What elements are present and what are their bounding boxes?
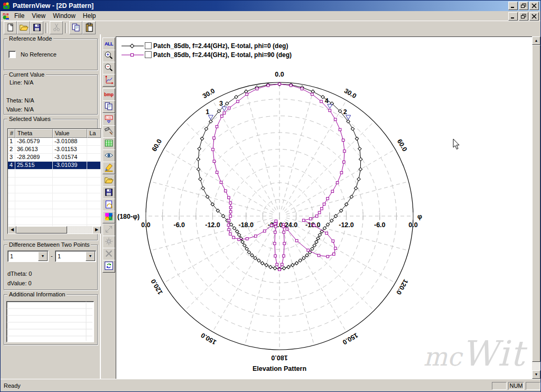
point2-combobox[interactable]: 1 ▼ <box>55 250 96 262</box>
scroll-up-icon[interactable]: ▲ <box>532 36 540 45</box>
open-file-button[interactable] <box>17 21 30 34</box>
column-header-Theta[interactable]: Theta <box>15 129 53 138</box>
table-scroll-thumb[interactable] <box>16 226 67 234</box>
no-reference-checkbox[interactable]: No Reference <box>8 51 57 58</box>
table-row[interactable] <box>8 201 101 209</box>
checkbox-label: No Reference <box>21 51 57 58</box>
export-page-button[interactable] <box>102 199 115 211</box>
marker-values-button[interactable]: 1.01 <box>102 113 115 126</box>
menu-view[interactable]: View <box>28 12 49 20</box>
minimize-button[interactable] <box>508 2 518 10</box>
dtheta-label: dTheta: 0 <box>7 270 32 277</box>
visibility-button[interactable] <box>102 150 115 162</box>
svg-text:(180-φ): (180-φ) <box>117 213 139 220</box>
table-row[interactable] <box>8 193 101 201</box>
legend-entry: Patch_85db, f=2.44(GHz), E-total, phi=0 … <box>122 41 292 50</box>
legend-line-sample <box>122 43 144 49</box>
table-row[interactable] <box>8 170 101 178</box>
current-theta: Theta: N/A <box>6 97 34 104</box>
zoom-out-button[interactable] <box>102 62 115 74</box>
svg-text:4: 4 <box>325 97 329 105</box>
table-row[interactable]: 236.0613-3.01153 <box>8 146 101 154</box>
new-document-button[interactable] <box>4 21 17 34</box>
table-row[interactable] <box>8 178 101 185</box>
plot-vscrollbar[interactable]: ▲ ▼ <box>532 36 540 379</box>
menu-window[interactable]: Window <box>49 12 79 20</box>
show-all-icon: ALL <box>105 41 113 46</box>
data-table-button[interactable] <box>102 137 115 150</box>
show-all-button[interactable]: ALL <box>102 38 115 50</box>
point1-combobox[interactable]: 1 ▼ <box>7 250 49 262</box>
svg-text:-6.0: -6.0 <box>374 221 386 229</box>
scroll-down-icon[interactable]: ▼ <box>532 370 540 379</box>
scrl-indicator <box>526 382 540 390</box>
fit-view-button[interactable] <box>102 236 115 248</box>
save-file-button[interactable] <box>30 21 43 34</box>
menu-file[interactable]: File <box>11 12 28 20</box>
app-window: PatternView - [2D Pattern] ZLB FileViewW… <box>0 0 541 392</box>
save-pattern-button[interactable] <box>102 186 115 199</box>
svg-text:180.0: 180.0 <box>271 354 287 361</box>
scrollbar-thumb[interactable] <box>532 45 540 362</box>
table-hscrollbar[interactable]: ◀▶ <box>8 226 101 234</box>
child-minimize-button[interactable] <box>508 12 518 21</box>
menu-bar: ZLB FileViewWindowHelp <box>1 11 540 21</box>
svg-text:0.0: 0.0 <box>408 221 417 229</box>
cut-button[interactable] <box>50 21 63 34</box>
close-button[interactable] <box>529 2 539 10</box>
document-icon[interactable]: ZLB <box>2 12 11 20</box>
svg-text:-12.0: -12.0 <box>339 221 354 229</box>
chevron-down-icon[interactable]: ▼ <box>38 251 48 261</box>
scroll-right-icon[interactable]: ▶ <box>92 226 101 234</box>
zoom-in-button[interactable] <box>102 50 115 62</box>
legend-checkbox[interactable] <box>145 42 152 49</box>
caps-indicator <box>492 382 507 390</box>
legend-checkbox[interactable] <box>145 51 152 58</box>
bitmap-image-button[interactable] <box>102 211 115 223</box>
table-row[interactable]: 3-28.2089-3.01574 <box>8 154 101 162</box>
tools-button[interactable] <box>102 125 115 138</box>
selected-values-table[interactable]: #ThetaValueLa1-36.0579-3.01088236.0613-3… <box>7 128 101 234</box>
table-row[interactable] <box>8 185 101 193</box>
resize-plot-button[interactable] <box>102 223 115 236</box>
svg-text:-6.0: -6.0 <box>173 221 185 229</box>
current-valueline: Value: N/A <box>6 106 34 113</box>
svg-text:0.0: 0.0 <box>141 221 150 229</box>
open-file-icon <box>18 22 29 34</box>
checkbox-box[interactable] <box>8 51 16 58</box>
scrollbar-track[interactable] <box>532 362 540 370</box>
copy-button[interactable] <box>69 21 82 34</box>
table-row[interactable] <box>8 217 101 225</box>
current-line: Line: N/A <box>10 79 33 86</box>
paste-icon <box>84 22 95 34</box>
table-row[interactable] <box>8 209 101 217</box>
copy-plot-button[interactable] <box>102 100 115 113</box>
toolbar-separator <box>45 23 48 33</box>
delete-trace-button[interactable] <box>102 248 115 260</box>
child-restore-button[interactable] <box>519 12 528 21</box>
restore-button[interactable] <box>519 2 528 10</box>
axis-settings-button[interactable] <box>102 74 115 87</box>
refresh-plot-button[interactable] <box>102 260 115 273</box>
table-row[interactable]: 425.515-3.01039 <box>8 162 101 170</box>
menu-help[interactable]: Help <box>79 12 100 20</box>
cut-icon <box>51 22 62 34</box>
child-close-button[interactable] <box>529 12 539 21</box>
copy-plot-icon <box>104 101 114 113</box>
svg-text:30.0: 30.0 <box>201 87 216 100</box>
scroll-left-icon[interactable]: ◀ <box>8 226 16 234</box>
additional-info-list[interactable] <box>6 301 94 342</box>
table-row[interactable]: 1-36.0579-3.01088 <box>8 138 101 146</box>
column-header-Value[interactable]: Value <box>53 129 87 138</box>
column-header-La[interactable]: La <box>87 129 101 138</box>
zoom-out-icon <box>104 62 114 74</box>
marker-values-icon: 1.01 <box>104 114 114 125</box>
chevron-down-icon[interactable]: ▼ <box>86 251 95 261</box>
pen-style-button[interactable] <box>102 162 115 174</box>
toolbar-separator <box>65 23 67 33</box>
column-header-num[interactable]: # <box>8 129 15 138</box>
svg-text:1: 1 <box>206 108 209 116</box>
export-bmp-button[interactable]: bmp <box>102 88 115 101</box>
open-pattern-button[interactable] <box>102 174 115 187</box>
paste-button[interactable] <box>82 21 96 34</box>
